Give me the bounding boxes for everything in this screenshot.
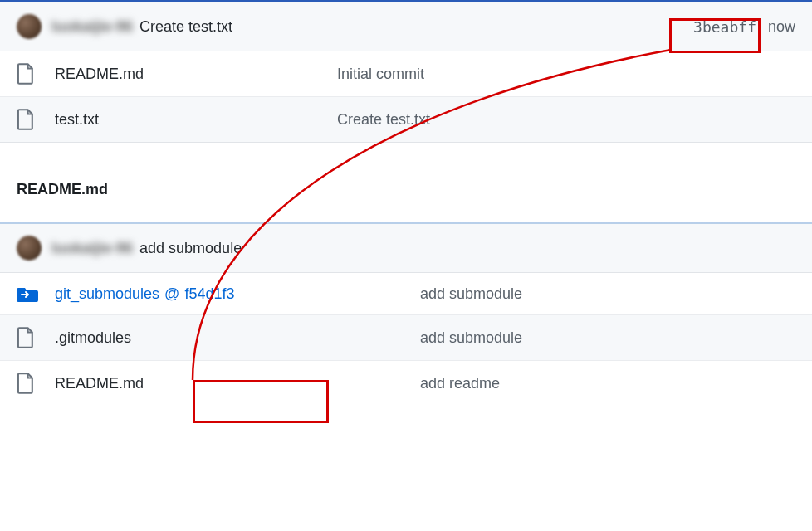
file-row[interactable]: .gitmodules add submodule [0,314,812,360]
file-row[interactable]: git_submodules @ f54d1f3 add submodule [0,273,812,314]
file-list-2: git_submodules @ f54d1f3 add submodule .… [0,273,812,406]
avatar[interactable] [17,14,42,39]
file-icon [17,373,35,394]
submodule-at: @ [164,285,179,303]
commit-sha[interactable]: 3beabff [693,18,756,36]
file-row[interactable]: README.md add readme [0,360,812,406]
file-row[interactable]: README.md Initial commit [0,51,812,96]
commit-header-2: luokaijie-96 add submodule [0,224,812,273]
submodule-hash[interactable]: f54d1f3 [184,285,234,303]
file-name[interactable]: README.md [55,66,144,83]
file-commit-message[interactable]: Create test.txt [337,111,795,129]
file-icon [17,109,35,130]
readme-heading: README.md [0,173,812,222]
file-commit-message[interactable]: Initial commit [337,66,795,83]
file-list-1: README.md Initial commit test.txt Create… [0,51,812,143]
commit-header-1: luokaijie-96 Create test.txt 3beabff now [0,2,812,51]
file-name[interactable]: test.txt [55,111,99,129]
author-username[interactable]: luokaijie-96 [51,240,133,257]
commit-message[interactable]: Create test.txt [139,18,232,36]
submodule-folder-icon [17,285,38,303]
file-commit-message[interactable]: add submodule [420,285,795,303]
submodule-name[interactable]: git_submodules [55,285,159,303]
file-commit-message[interactable]: add readme [420,375,795,392]
spacer [0,143,812,173]
file-commit-message[interactable]: add submodule [420,329,795,347]
file-name[interactable]: README.md [55,375,144,392]
commit-time: now [768,18,795,36]
author-username[interactable]: luokaijie-96 [51,18,133,36]
file-icon [17,327,35,348]
commit-message[interactable]: add submodule [139,240,242,257]
file-name[interactable]: .gitmodules [55,329,131,347]
file-icon [17,63,35,85]
avatar[interactable] [17,236,42,261]
file-row[interactable]: test.txt Create test.txt [0,96,812,142]
